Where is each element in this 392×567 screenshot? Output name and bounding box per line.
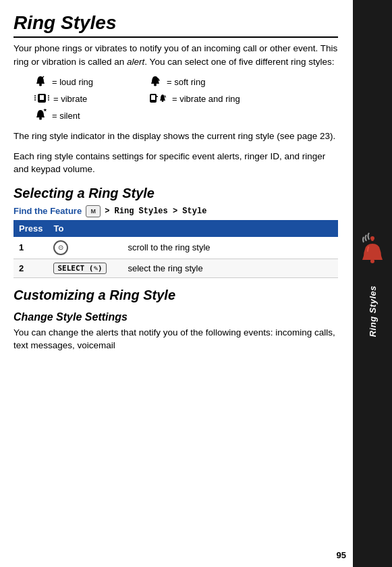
page-number: 95: [337, 550, 346, 560]
sidebar-bell-area: Ring Styles: [357, 230, 388, 337]
icon-grid: = loud ring = soft ring: [34, 75, 338, 123]
press-select: SELECT (✎): [48, 259, 122, 277]
select-button-icon: SELECT (✎): [53, 263, 106, 274]
icon-silent: ★ = silent: [34, 109, 142, 123]
page-title: Ring Styles: [13, 12, 338, 38]
silent-icon: ★: [34, 109, 49, 123]
find-feature-row: Find the Feature M > Ring Styles > Style: [13, 205, 338, 217]
svg-point-22: [370, 259, 374, 263]
right-sidebar: Ring Styles: [353, 0, 392, 567]
col-press-header: Press: [13, 220, 48, 237]
svg-point-21: [370, 236, 374, 240]
customizing-paragraph: You can change the alerts that notify yo…: [13, 326, 338, 352]
soft-ring-label: = soft ring: [167, 77, 205, 87]
icon-soft-ring: = soft ring: [148, 75, 256, 89]
page-container: Ring Styles Your phone rings or vibrates…: [0, 0, 392, 567]
bell-illustration: [357, 230, 388, 269]
silent-label: = silent: [52, 111, 80, 121]
nav-circle-icon: ⊙: [53, 240, 68, 255]
col-to-header: To: [48, 220, 338, 237]
loud-ring-icon: [34, 75, 49, 89]
to-scroll: scroll to the ring style: [122, 237, 338, 259]
step-2: 2: [13, 259, 48, 277]
loud-ring-label: = loud ring: [52, 77, 93, 87]
table-header-row: Press To: [13, 220, 338, 237]
change-style-subheading: Change Style Settings: [13, 311, 338, 323]
steps-table: Press To 1 ⊙ scroll to the ring style 2 …: [13, 220, 338, 278]
intro-paragraph: Your phone rings or vibrates to notify y…: [13, 42, 338, 68]
vibrate-label: = vibrate: [53, 94, 87, 104]
ring-indicator-text: The ring style indicator in the display …: [13, 130, 338, 143]
press-nav: ⊙: [48, 237, 122, 259]
svg-point-19: [39, 119, 42, 120]
step-1: 1: [13, 237, 48, 259]
selecting-heading: Selecting a Ring Style: [13, 186, 338, 201]
vibrate-icon: [34, 92, 50, 106]
ring-settings-text: Each ring style contains settings for sp…: [13, 150, 338, 176]
find-feature-label: Find the Feature: [13, 206, 82, 216]
svg-text:★: ★: [43, 109, 47, 112]
sidebar-label: Ring Styles: [368, 286, 378, 337]
to-select: select the ring style: [122, 259, 338, 277]
svg-line-2: [43, 76, 44, 78]
svg-rect-6: [40, 95, 44, 100]
icon-loud-ring: = loud ring: [34, 75, 142, 89]
vibrate-ring-label: = vibrate and ring: [172, 94, 240, 104]
svg-point-17: [162, 101, 164, 102]
soft-ring-icon: [148, 75, 163, 89]
table-row: 2 SELECT (✎) select the ring style: [13, 259, 338, 277]
svg-point-4: [154, 85, 157, 86]
svg-rect-14: [151, 95, 155, 100]
table-row: 1 ⊙ scroll to the ring style: [13, 237, 338, 259]
customizing-heading: Customizing a Ring Style: [13, 288, 338, 303]
icon-vibrate: = vibrate: [34, 92, 142, 106]
svg-point-1: [39, 85, 42, 86]
icon-vibrate-ring: = vibrate and ring: [148, 92, 256, 106]
find-feature-path: > Ring Styles > Style: [105, 207, 206, 216]
menu-icon: M: [86, 205, 101, 217]
vibrate-ring-icon: [148, 92, 169, 106]
